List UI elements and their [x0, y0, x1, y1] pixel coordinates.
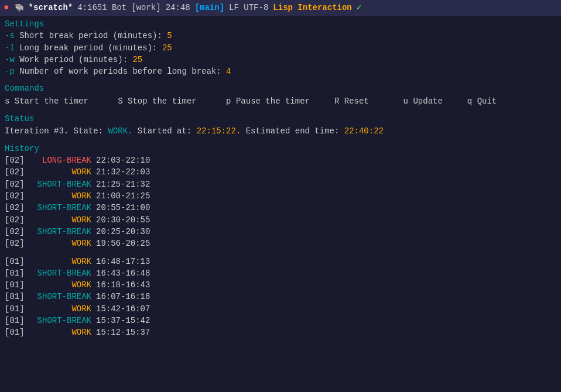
- hist-idx: [01]: [5, 256, 26, 267]
- cmd-label-R: Reset: [344, 97, 398, 106]
- flag-w: -w: [5, 55, 15, 64]
- list-item: [02] SHORT-BREAK 20:55-21:00: [5, 202, 556, 214]
- buffer-position: 4:1651 Bot: [77, 2, 126, 13]
- hist-time: 20:25-20:30: [96, 226, 150, 238]
- list-item: [01] WORK 15:12-15:37: [5, 326, 556, 338]
- flag-l-desc: Long break period (minutes):: [19, 43, 157, 53]
- hist-type: SHORT-BREAK: [26, 226, 96, 238]
- list-item: [01] WORK 16:18-16:43: [5, 279, 556, 291]
- modeline: ● 🐃 *scratch* 4:1651 Bot [work] 24:48 [m…: [0, 0, 561, 16]
- flag-p-desc: Number of work periods before long break…: [19, 67, 221, 76]
- hist-type: SHORT-BREAK: [26, 291, 96, 302]
- check-icon: ✓: [357, 2, 361, 13]
- cmd-key-S[interactable]: S: [118, 97, 122, 106]
- buffer-content: Settings -s Short break period (minutes)…: [0, 16, 561, 341]
- hist-idx: [01]: [5, 291, 26, 302]
- hist-idx: [02]: [5, 190, 26, 202]
- cmd-key-q[interactable]: q: [467, 97, 472, 106]
- cmd-key-s[interactable]: s: [5, 97, 9, 106]
- flag-l: -l: [5, 43, 15, 53]
- hist-type: SHORT-BREAK: [26, 178, 96, 190]
- hist-time: 22:03-22:10: [96, 154, 150, 166]
- status-end-time: 22:40:22: [344, 126, 384, 136]
- hist-type: WORK: [26, 238, 96, 249]
- hist-idx: [02]: [5, 226, 26, 238]
- cmd-key-u[interactable]: u: [403, 97, 408, 106]
- hist-time: 15:12-15:37: [96, 326, 150, 338]
- hist-type: SHORT-BREAK: [26, 202, 96, 214]
- flag-w-value: 25: [132, 55, 142, 64]
- list-item: [02] WORK 19:56-20:25: [5, 238, 556, 249]
- hist-idx: [02]: [5, 214, 26, 226]
- cmd-key-R[interactable]: R: [334, 97, 339, 106]
- hist-time: 20:55-21:00: [96, 202, 150, 214]
- buffer-time: 24:48: [166, 2, 190, 13]
- buffer-name: *scratch*: [29, 2, 73, 13]
- hist-idx: [01]: [5, 279, 26, 291]
- status-section: Status Iteration #3. State: WORK. Starte…: [5, 113, 556, 137]
- hist-idx: [01]: [5, 315, 26, 326]
- hist-idx: [02]: [5, 166, 26, 178]
- history-group-02: [02] LONG-BREAK 22:03-22:10 [02] WORK 21…: [5, 154, 556, 249]
- status-line: Iteration #3. State: WORK. Started at: 2…: [5, 125, 556, 137]
- list-item: [01] WORK 15:42-16:07: [5, 303, 556, 315]
- major-mode: Lisp Interaction: [273, 2, 351, 13]
- list-item: [01] SHORT-BREAK 16:07-16:18: [5, 291, 556, 302]
- status-iteration: Iteration #3. State:: [5, 126, 103, 136]
- cmd-label-q: Quit: [477, 97, 497, 106]
- encoding: LF UTF-8: [229, 2, 268, 13]
- commands-label: Commands: [5, 84, 44, 93]
- hist-idx: [01]: [5, 267, 26, 279]
- hist-type: WORK: [26, 190, 96, 202]
- hist-time: 16:43-16:48: [96, 267, 150, 279]
- main-tag: [main]: [195, 2, 224, 13]
- hist-time: 19:56-20:25: [96, 238, 150, 249]
- hist-idx: [01]: [5, 303, 26, 315]
- cmd-label-u: Update: [413, 97, 462, 106]
- flag-p: -p: [5, 67, 15, 76]
- history-group-01: [01] WORK 16:48-17:13 [01] SHORT-BREAK 1…: [5, 256, 556, 339]
- list-item: [02] WORK 21:00-21:25: [5, 190, 556, 202]
- history-section: History [02] LONG-BREAK 22:03-22:10 [02]…: [5, 143, 556, 339]
- hist-type: WORK: [26, 166, 96, 178]
- history-gap: [5, 250, 556, 256]
- hist-idx: [01]: [5, 326, 26, 338]
- list-item: [01] SHORT-BREAK 16:43-16:48: [5, 267, 556, 279]
- settings-section: Settings -s Short break period (minutes)…: [5, 18, 556, 77]
- list-item: [01] WORK 16:48-17:13: [5, 256, 556, 267]
- work-tag: [work]: [131, 2, 160, 13]
- list-item: [01] SHORT-BREAK 15:37-15:42: [5, 315, 556, 326]
- list-item: [02] WORK 20:30-20:55: [5, 214, 556, 226]
- hist-type: WORK: [26, 256, 96, 267]
- hist-type: WORK: [26, 303, 96, 315]
- hist-idx: [02]: [5, 178, 26, 190]
- cmd-key-p[interactable]: p: [226, 97, 231, 106]
- hist-type: SHORT-BREAK: [26, 267, 96, 279]
- hist-idx: [02]: [5, 202, 26, 214]
- cmd-label-S: Stop the timer: [128, 97, 221, 106]
- flag-s-value: 5: [167, 31, 172, 40]
- hist-time: 15:37-15:42: [96, 315, 150, 326]
- status-state: WORK.: [108, 126, 132, 136]
- hist-time: 21:25-21:32: [96, 178, 150, 190]
- settings-label: Settings: [5, 19, 44, 29]
- hist-idx: [02]: [5, 154, 26, 166]
- commands-line: s Start the timer S Stop the timer p Pau…: [5, 95, 556, 107]
- hist-time: 16:48-17:13: [96, 256, 150, 267]
- flag-w-desc: Work period (minutes):: [19, 55, 128, 64]
- emacs-icon: 🐃: [14, 2, 24, 13]
- hist-time: 16:07-16:18: [96, 291, 150, 302]
- flag-s-desc: Short break period (minutes):: [19, 31, 162, 40]
- status-estimated-label: Estimated end time:: [246, 126, 340, 136]
- hist-time: 20:30-20:55: [96, 214, 150, 226]
- window-dot: ●: [4, 1, 9, 15]
- flag-p-value: 4: [226, 67, 231, 76]
- hist-type: WORK: [26, 279, 96, 291]
- hist-time: 16:18-16:43: [96, 279, 150, 291]
- flag-l-value: 25: [162, 43, 172, 53]
- hist-type: WORK: [26, 214, 96, 226]
- cmd-label-p: Pause the timer: [236, 97, 330, 106]
- hist-idx: [02]: [5, 238, 26, 249]
- hist-type: WORK: [26, 326, 96, 338]
- hist-time: 21:00-21:25: [96, 190, 150, 202]
